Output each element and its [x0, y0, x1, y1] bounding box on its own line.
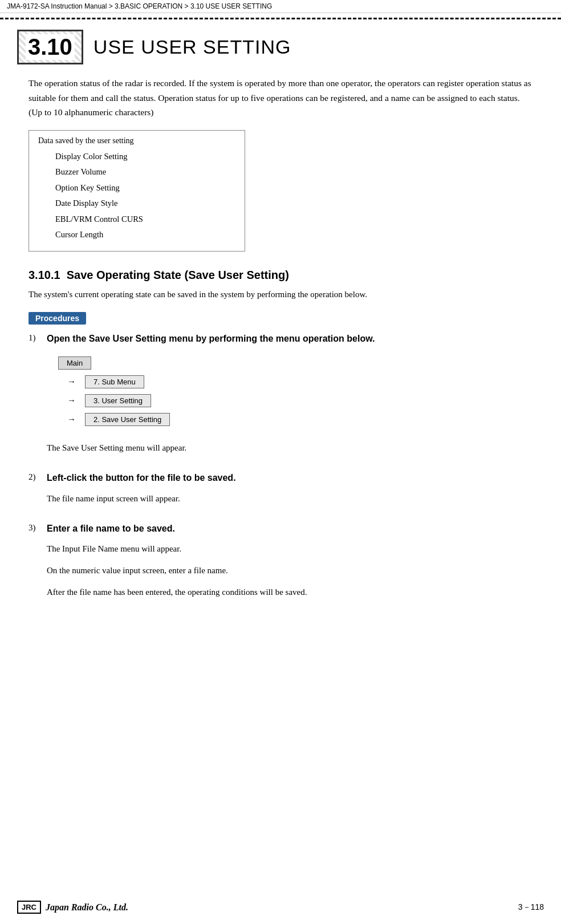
data-box-title: Data saved by the user setting — [38, 136, 227, 145]
step-2-instruction: Left-click the button for the file to be… — [47, 472, 532, 484]
step-1-note: The Save User Setting menu will appear. — [47, 441, 532, 455]
step-3-note-2: On the numeric value input screen, enter… — [47, 564, 532, 577]
menu-button-submenu: 7. Sub Menu — [85, 375, 144, 388]
arrow-2: → — [67, 396, 76, 406]
footer-page: 3－118 — [518, 902, 544, 913]
menu-row-main: Main — [58, 356, 532, 370]
menu-navigation: Main → 7. Sub Menu → 3. User Setting → 2… — [47, 352, 532, 436]
procedures-badge: Procedures — [29, 312, 86, 325]
list-item: Option Key Setting — [55, 180, 227, 196]
list-item: Display Color Setting — [55, 149, 227, 165]
step-3-instruction: Enter a file name to be saved. — [47, 522, 532, 535]
subsection-heading: 3.10.1 Save Operating State (Save User S… — [29, 269, 532, 282]
step-1: 1) Open the Save User Setting menu by pe… — [29, 333, 532, 463]
step-1-content: Open the Save User Setting menu by perfo… — [47, 333, 532, 463]
step-2-number: 2) — [29, 472, 47, 482]
step-2-note: The file name input screen will appear. — [47, 492, 532, 505]
step-3-number: 3) — [29, 522, 47, 533]
arrow-1: → — [67, 377, 76, 387]
menu-row-1: → 7. Sub Menu — [58, 375, 532, 388]
list-item: EBL/VRM Control CURS — [55, 212, 227, 228]
menu-button-main: Main — [58, 356, 91, 370]
list-item: Date Display Style — [55, 196, 227, 212]
section-title: USE USER SETTING — [93, 36, 291, 58]
arrow-3: → — [67, 415, 76, 424]
data-saved-box: Data saved by the user setting Display C… — [29, 130, 245, 252]
step-1-instruction: Open the Save User Setting menu by perfo… — [47, 333, 532, 345]
step-3-note-3: After the file name has been entered, th… — [47, 585, 532, 599]
jrc-badge: JRC — [17, 901, 41, 914]
menu-button-saveusersetting: 2. Save User Setting — [85, 413, 170, 426]
step-2: 2) Left-click the button for the file to… — [29, 472, 532, 513]
step-3: 3) Enter a file name to be saved. The In… — [29, 522, 532, 607]
step-2-content: Left-click the button for the file to be… — [47, 472, 532, 513]
footer-logo: JRC Japan Radio Co., Ltd. — [17, 901, 128, 914]
step-1-number: 1) — [29, 333, 47, 343]
footer: JRC Japan Radio Co., Ltd. 3－118 — [0, 901, 561, 914]
data-box-list: Display Color Setting Buzzer Volume Opti… — [38, 149, 227, 243]
step-3-note-1: The Input File Name menu will appear. — [47, 542, 532, 556]
subsection-intro: The system's current operating state can… — [29, 287, 532, 302]
list-item: Cursor Length — [55, 227, 227, 243]
section-header: 3.10 USE USER SETTING — [0, 19, 561, 70]
footer-company: Japan Radio Co., Ltd. — [46, 902, 128, 913]
main-content: The operation status of the radar is rec… — [0, 70, 561, 633]
list-item: Buzzer Volume — [55, 164, 227, 180]
menu-button-usersetting: 3. User Setting — [85, 394, 151, 407]
section-number-badge: 3.10 — [17, 30, 83, 64]
intro-paragraph: The operation status of the radar is rec… — [29, 76, 532, 120]
menu-row-2: → 3. User Setting — [58, 394, 532, 407]
step-3-content: Enter a file name to be saved. The Input… — [47, 522, 532, 607]
menu-row-3: → 2. Save User Setting — [58, 413, 532, 426]
breadcrumb: JMA-9172-SA Instruction Manual > 3.BASIC… — [0, 0, 561, 13]
